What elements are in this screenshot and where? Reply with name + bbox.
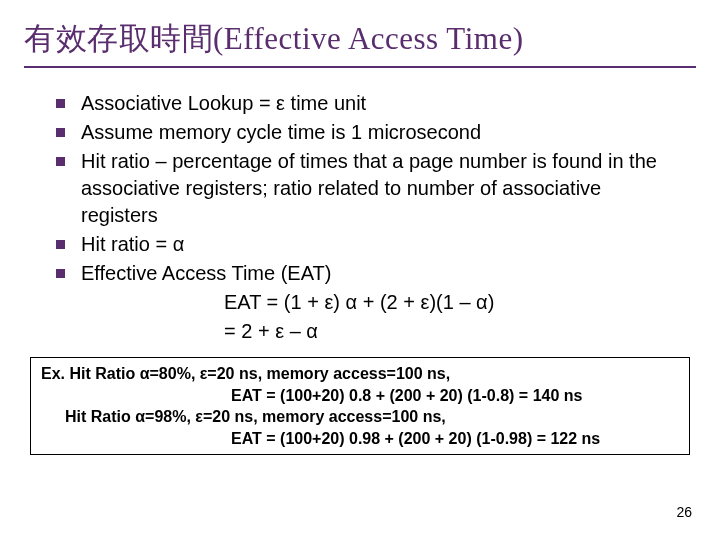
bullet-icon [56, 99, 65, 108]
bullet-text: Assume memory cycle time is 1 microsecon… [81, 119, 676, 146]
list-item: Assume memory cycle time is 1 microsecon… [56, 119, 676, 146]
example-line: EAT = (100+20) 0.98 + (200 + 20) (1-0.98… [41, 428, 679, 450]
bullet-list: Associative Lookup = ε time unit Assume … [24, 90, 696, 287]
example-line: EAT = (100+20) 0.8 + (200 + 20) (1-0.8) … [41, 385, 679, 407]
example-line: Ex. Hit Ratio α=80%, ε=20 ns, memory acc… [41, 363, 679, 385]
example-line: Hit Ratio α=98%, ε=20 ns, memory access=… [41, 406, 679, 428]
list-item: Hit ratio – percentage of times that a p… [56, 148, 676, 229]
bullet-icon [56, 157, 65, 166]
bullet-text: Effective Access Time (EAT) [81, 260, 676, 287]
formula-block: EAT = (1 + ε) α + (2 + ε)(1 – α) = 2 + ε… [24, 289, 696, 345]
bullet-text: Hit ratio – percentage of times that a p… [81, 148, 676, 229]
bullet-text: Hit ratio = α [81, 231, 676, 258]
list-item: Effective Access Time (EAT) [56, 260, 676, 287]
formula-line: = 2 + ε – α [224, 318, 696, 345]
bullet-icon [56, 269, 65, 278]
page-number: 26 [676, 504, 692, 520]
bullet-text: Associative Lookup = ε time unit [81, 90, 676, 117]
example-box: Ex. Hit Ratio α=80%, ε=20 ns, memory acc… [30, 357, 690, 455]
formula-line: EAT = (1 + ε) α + (2 + ε)(1 – α) [224, 289, 696, 316]
list-item: Associative Lookup = ε time unit [56, 90, 676, 117]
bullet-icon [56, 128, 65, 137]
slide-title: 有效存取時間(Effective Access Time) [24, 18, 696, 68]
bullet-icon [56, 240, 65, 249]
list-item: Hit ratio = α [56, 231, 676, 258]
